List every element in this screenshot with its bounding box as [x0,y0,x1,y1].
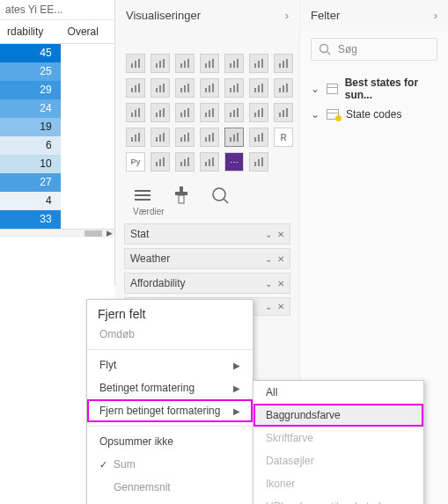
scrollbar-thumb[interactable] [84,230,102,237]
chevron-down-icon[interactable]: ⌄ [265,230,272,239]
cell-affordability: 6 [0,136,61,155]
viz-type-multi-card[interactable] [151,128,170,147]
viz-type-pie[interactable] [126,103,145,122]
field-context-menu: Fjern felt OmdøbFlyt▶Betinget formaterin… [86,299,253,504]
cell-overall [61,99,114,118]
table-row[interactable]: 4 [0,192,114,210]
table-row[interactable]: 25 [0,62,114,81]
svg-rect-83 [163,157,165,166]
viz-type-treemap[interactable] [175,103,195,122]
viz-type-area[interactable] [126,78,145,98]
field-well-item[interactable]: Affordability⌄✕ [124,273,290,294]
table-row[interactable]: 45 [0,44,114,62]
collapse-fields-icon[interactable]: › [434,9,437,22]
cell-affordability: 27 [0,173,61,192]
table-row[interactable]: 24 [0,99,114,118]
viz-type-donut[interactable] [151,103,170,122]
viz-type-slicer[interactable] [200,128,219,147]
viz-type-powerapps[interactable]: ⋯ [224,152,244,172]
table-row[interactable]: 10 [0,155,114,173]
column-header-affordability[interactable]: rdability [0,20,61,44]
cell-overall [61,210,114,229]
field-well-item[interactable]: Weather⌄✕ [124,248,290,269]
collapse-visualizations-icon[interactable]: › [285,9,289,22]
menu-item-label: Gennemsnit [114,481,171,493]
viz-type-gauge[interactable] [274,103,293,122]
analytics-tab-icon[interactable] [210,186,230,205]
viz-type-stacked-area[interactable] [151,78,170,98]
remove-field-icon[interactable]: ✕ [277,279,284,289]
svg-rect-41 [286,84,288,92]
viz-type-matrix[interactable] [249,128,268,147]
viz-type-key-influencers[interactable] [151,152,170,172]
submenu-item[interactable]: All [253,381,423,404]
remove-field-icon[interactable]: ✕ [277,302,284,311]
viz-type-table[interactable] [224,128,244,147]
svg-rect-60 [279,113,281,117]
chevron-down-icon[interactable]: ⌄ [265,279,272,289]
fields-tab-icon[interactable] [133,186,152,205]
viz-type-waterfall[interactable] [249,78,268,98]
viz-type-clustered-bar[interactable] [175,54,195,73]
menu-item[interactable]: ✓Sum [87,453,253,476]
table-row[interactable]: 6 [0,136,114,155]
svg-point-101 [320,45,328,53]
expand-icon[interactable]: ⌄ [311,83,319,95]
format-tab-icon[interactable] [172,186,191,205]
viz-type-clustered-col[interactable] [200,54,219,73]
menu-item[interactable]: Flyt▶ [87,354,253,376]
viz-type-py[interactable]: Py [126,152,145,172]
remove-field-icon[interactable]: ✕ [277,230,284,239]
svg-rect-5 [163,59,165,68]
menu-item[interactable]: Omdøb [87,323,253,346]
viz-type-funnel[interactable] [249,103,268,122]
viz-type-scatter[interactable] [274,78,293,98]
viz-type-100col[interactable] [249,54,268,73]
svg-rect-57 [254,113,256,117]
viz-type-100bar[interactable] [224,54,244,73]
table-node[interactable]: ⌄Best states for sun... [309,73,439,105]
viz-type-line-col2[interactable] [200,78,219,98]
table-row[interactable]: 27 [0,173,114,192]
viz-type-ribbon[interactable] [224,78,244,98]
scroll-right-icon[interactable]: ▶ [106,229,113,237]
menu-item[interactable]: Minimum [87,499,253,504]
fields-search-input[interactable]: Søg [311,38,437,61]
viz-type-stacked-col[interactable] [151,54,170,73]
table-row[interactable]: 33 [0,210,114,229]
viz-type-stacked-bar[interactable] [126,54,145,73]
svg-rect-44 [138,108,140,117]
viz-type-line-col[interactable] [175,78,195,98]
remove-field-icon[interactable]: ✕ [277,254,284,264]
chevron-down-icon[interactable]: ⌄ [265,254,272,264]
viz-type-line[interactable] [274,54,293,73]
viz-type-card[interactable] [126,128,145,147]
menu-item[interactable]: Gennemsnit [87,476,253,499]
viz-type-qna[interactable] [200,152,219,172]
menu-item[interactable]: Fjern betinget formatering▶ [87,399,253,422]
svg-rect-37 [258,85,260,92]
table-row[interactable]: 29 [0,81,114,99]
column-header-overall[interactable]: Overal [61,20,114,44]
svg-rect-17 [261,59,263,68]
svg-rect-88 [209,159,210,166]
svg-rect-24 [156,88,158,92]
chevron-down-icon[interactable]: ⌄ [265,302,272,311]
viz-type-filled-map[interactable] [224,103,244,122]
menu-item[interactable]: Opsummer ikke [87,430,253,453]
viz-type-kpi[interactable] [175,128,195,147]
viz-type-map[interactable] [200,103,219,122]
field-well-item[interactable]: Stat⌄✕ [124,223,290,245]
horizontal-scrollbar[interactable]: ▶ [0,229,114,237]
viz-type-r[interactable]: R [274,128,293,147]
submenu-item[interactable]: Baggrundsfarve [253,404,423,427]
table-node[interactable]: ⌄State codes [309,105,439,124]
svg-rect-63 [131,137,133,142]
expand-icon[interactable]: ⌄ [311,108,319,121]
svg-rect-3 [156,63,158,68]
menu-item[interactable]: Betinget formatering▶ [87,376,253,399]
svg-rect-64 [135,135,136,142]
viz-type-custom[interactable] [249,152,268,172]
table-row[interactable]: 19 [0,118,114,136]
viz-type-decomp[interactable] [175,152,195,172]
